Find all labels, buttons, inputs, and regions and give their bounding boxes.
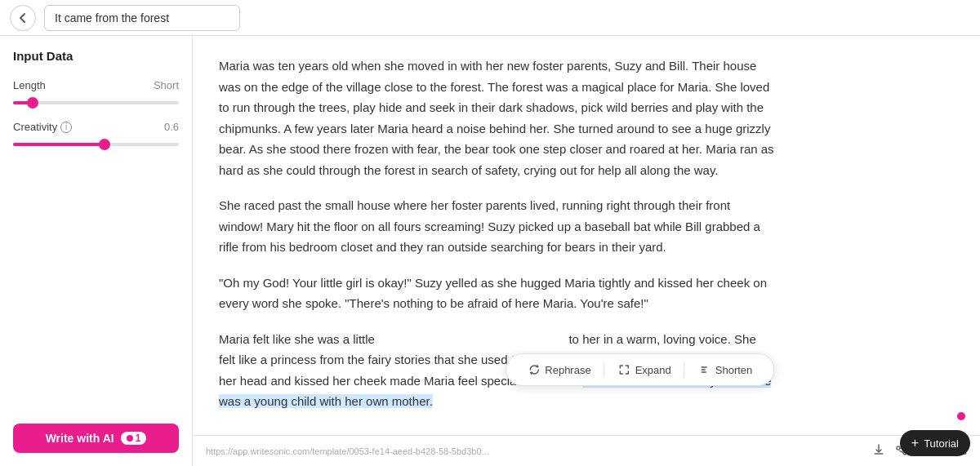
tutorial-button[interactable]: + Tutorial	[900, 430, 970, 456]
shorten-label: Shorten	[715, 364, 753, 376]
top-bar	[0, 0, 980, 36]
badge-count: 1	[136, 433, 141, 444]
scroll-wrapper: Maria was ten years old when she moved i…	[193, 36, 980, 435]
left-panel: Input Data Length Short Creativity i 0.6	[0, 36, 193, 466]
main-layout: Input Data Length Short Creativity i 0.6	[0, 36, 980, 466]
length-control: Length Short	[13, 79, 179, 104]
floating-toolbar: Rephrase Expand	[506, 353, 774, 386]
document-title-input[interactable]	[44, 5, 240, 31]
creativity-label-group: Creativity i	[13, 121, 72, 133]
paragraph-1: Maria was ten years old when she moved i…	[219, 55, 774, 180]
shorten-icon	[698, 363, 711, 376]
write-btn-label: Write with AI	[46, 432, 114, 445]
back-button[interactable]	[10, 5, 36, 31]
badge-dot	[127, 435, 133, 442]
paragraph-2: She raced past the small house where her…	[219, 195, 774, 258]
content-area-wrapper: Maria was ten years old when she moved i…	[193, 36, 980, 466]
shorten-button[interactable]: Shorten	[690, 359, 761, 380]
bottom-bar: https://app.writesonic.com/template/0053…	[193, 435, 980, 466]
sentence-highlight: A few years later Maria heard a noise be…	[219, 122, 774, 177]
length-value: Short	[154, 79, 179, 91]
tutorial-plus-icon: +	[911, 436, 919, 450]
length-label: Length	[13, 79, 46, 91]
rephrase-icon	[528, 363, 541, 376]
panel-title: Input Data	[13, 49, 179, 63]
url-label: https://app.writesonic.com/template/0053…	[206, 446, 489, 456]
toolbar-divider-1	[604, 362, 605, 378]
toolbar-divider-2	[684, 362, 685, 378]
creativity-control: Creativity i 0.6	[13, 121, 179, 146]
creativity-slider-fill	[13, 143, 105, 146]
expand-icon	[618, 363, 631, 376]
creativity-value: 0.6	[164, 121, 179, 133]
status-dot	[957, 412, 965, 420]
length-slider-track[interactable]	[13, 101, 179, 104]
creativity-slider-track[interactable]	[13, 143, 179, 146]
ai-badge: 1	[121, 432, 147, 445]
tutorial-label: Tutorial	[924, 437, 959, 450]
creativity-info-icon[interactable]: i	[60, 122, 72, 133]
expand-button[interactable]: Expand	[610, 359, 679, 380]
paragraph-3: "Oh my God! Your little girl is okay!" S…	[219, 273, 774, 314]
length-slider-thumb[interactable]	[27, 97, 38, 109]
creativity-slider-thumb[interactable]	[99, 139, 110, 150]
download-button[interactable]	[871, 442, 887, 461]
creativity-label: Creativity	[13, 121, 57, 133]
expand-label: Expand	[635, 364, 671, 376]
rephrase-label: Rephrase	[545, 364, 590, 376]
write-with-ai-button[interactable]: Write with AI 1	[13, 424, 179, 453]
rephrase-button[interactable]: Rephrase	[519, 359, 599, 380]
